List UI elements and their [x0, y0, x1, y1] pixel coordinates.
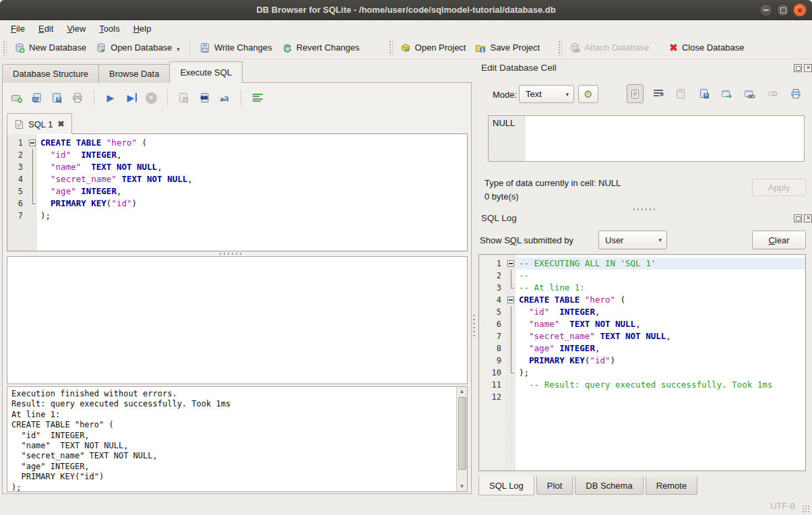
main-toolbar: New Database Open Database ▾ Write Chang… [0, 36, 812, 59]
app-window: DB Browser for SQLite - /home/user/code/… [0, 0, 812, 515]
float-dock-icon[interactable] [794, 64, 802, 72]
import-icon [675, 88, 687, 99]
message-line: Execution finished without errors. [11, 389, 463, 399]
apply-button: Apply [752, 179, 806, 196]
cell-null-indicator: NULL [489, 116, 526, 161]
main-tab-bar: Database Structure Browse Data Execute S… [2, 61, 242, 83]
toolbar-grip[interactable] [389, 40, 393, 55]
message-line: ); [11, 483, 463, 492]
close-window-button[interactable] [793, 3, 807, 17]
maximize-button[interactable] [776, 3, 790, 17]
execute-current-line-button[interactable]: ▶ [122, 89, 139, 107]
copy-link-button[interactable] [741, 84, 758, 103]
cell-settings-button[interactable]: ⚙ [578, 85, 598, 103]
tab-sql-log[interactable]: SQL Log [478, 476, 534, 495]
open-in-external-app-button[interactable] [718, 84, 735, 103]
tab-remote[interactable]: Remote [646, 477, 698, 495]
print-icon [72, 92, 83, 103]
message-line: "age" INTEGER, [11, 462, 463, 472]
message-line: "name" TEXT NOT NULL, [11, 441, 463, 451]
text-mode-button[interactable] [627, 84, 644, 103]
code-line: 8 "age" INTEGER, [479, 342, 805, 355]
titlebar[interactable]: DB Browser for SQLite - /home/user/code/… [0, 0, 812, 20]
mode-select[interactable]: Text ▾ [519, 85, 574, 103]
float-dock-icon[interactable] [794, 214, 802, 222]
open-database-button[interactable]: Open Database ▾ [91, 40, 185, 56]
save-project-icon [475, 42, 486, 53]
word-wrap-button[interactable] [650, 84, 666, 103]
open-database-dropdown-icon[interactable]: ▾ [177, 46, 180, 53]
print-cell-button[interactable] [787, 84, 804, 103]
editor-results-splitter[interactable] [218, 252, 243, 255]
code-line: 10); [479, 367, 805, 379]
save-sql-file-button[interactable] [49, 89, 66, 107]
resize-grip[interactable] [802, 505, 810, 513]
tab-execute-sql[interactable]: Execute SQL [169, 61, 243, 83]
mode-label: Mode: [493, 90, 517, 100]
menu-view[interactable]: View [60, 22, 92, 35]
dock-splitter[interactable] [632, 208, 656, 211]
edit-cell-dock-title: Edit Database Cell [481, 63, 557, 73]
save-project-button[interactable]: Save Project [470, 40, 544, 56]
save-file-icon [51, 92, 63, 103]
scroll-up-icon[interactable]: ▲ [457, 387, 467, 396]
message-line: At line 1: [11, 410, 463, 420]
revert-changes-icon [282, 42, 292, 53]
code-line: 12 [479, 391, 805, 403]
execute-all-button[interactable]: ▶ [102, 89, 119, 107]
export-cell-data-button[interactable] [695, 84, 712, 103]
menu-edit[interactable]: Edit [32, 22, 60, 35]
menu-help[interactable]: Help [127, 22, 158, 35]
tab-browse-data[interactable]: Browse Data [98, 64, 170, 83]
open-file-icon [32, 92, 42, 103]
scrollbar-thumb[interactable] [458, 397, 466, 470]
stop-icon: ✕ [146, 92, 157, 104]
open-sql-file-button[interactable] [28, 89, 46, 107]
message-line: Result: query executed successfully. Too… [11, 399, 463, 409]
close-dock-icon[interactable] [804, 64, 812, 72]
code-line: 6 "name" TEXT NOT NULL, [479, 318, 805, 330]
message-scrollbar[interactable]: ▲ ▼ [456, 387, 467, 491]
print-sql-button[interactable] [69, 89, 86, 107]
scroll-down-icon[interactable]: ▼ [457, 482, 467, 491]
chevron-down-icon: ▾ [565, 91, 569, 98]
submitted-by-select[interactable]: User ▾ [598, 231, 667, 249]
tab-db-schema[interactable]: DB Schema [575, 477, 643, 495]
chevron-down-icon: ▾ [658, 237, 662, 243]
close-dock-icon[interactable] [804, 214, 812, 222]
results-grid[interactable] [7, 256, 468, 384]
find-button[interactable] [195, 89, 213, 107]
toolbar-grip[interactable] [558, 40, 562, 55]
open-project-icon [400, 42, 411, 53]
stop-execution-button: ✕ [142, 89, 160, 107]
new-database-button[interactable]: New Database [9, 40, 91, 56]
menu-tools[interactable]: Tools [92, 22, 126, 35]
code-line: 1CREATE TABLE "hero" ( [7, 137, 467, 149]
sql-document-tab[interactable]: SQL 1 ✖ [7, 113, 72, 134]
toolbar-grip[interactable] [3, 40, 7, 55]
new-sql-tab-button[interactable] [8, 89, 26, 107]
code-line: 3 "name" TEXT NOT NULL, [7, 161, 467, 173]
clear-log-button[interactable]: Clear [752, 231, 806, 249]
tab-plot[interactable]: Plot [536, 477, 573, 495]
close-tab-icon[interactable]: ✖ [57, 119, 64, 129]
autocomplete-button[interactable]: aa [216, 89, 233, 107]
set-null-button [764, 84, 781, 103]
panel-splitter[interactable] [472, 313, 476, 336]
tab-database-structure[interactable]: Database Structure [2, 64, 99, 83]
execution-message-pane[interactable]: Execution finished without errors.Result… [7, 386, 468, 492]
revert-changes-button[interactable]: Revert Changes [277, 40, 365, 56]
format-sql-button[interactable] [249, 89, 266, 107]
write-changes-button[interactable]: Write Changes [195, 40, 277, 56]
write-changes-icon [199, 42, 210, 53]
sql-editor[interactable]: 1CREATE TABLE "hero" (2 "id" INTEGER,3 "… [7, 133, 468, 251]
minimize-button[interactable] [759, 3, 773, 17]
close-database-button[interactable]: ✖ Close Database [664, 40, 749, 55]
save-results-icon [178, 92, 190, 103]
open-project-button[interactable]: Open Project [396, 40, 471, 56]
open-external-icon [721, 89, 732, 99]
sql-log-view[interactable]: 1-- EXECUTING ALL IN 'SQL 1'2--3-- At li… [478, 254, 806, 471]
cell-value-editor[interactable]: NULL [488, 115, 805, 162]
save-results-button [175, 89, 193, 107]
menu-file[interactable]: File [4, 22, 32, 35]
